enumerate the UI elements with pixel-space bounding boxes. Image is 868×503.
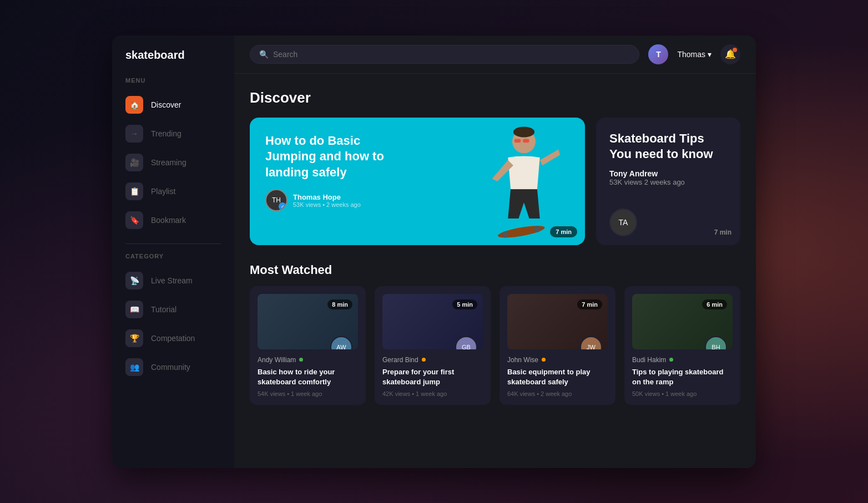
avatar: T <box>648 44 668 64</box>
sidebar-label-discover: Discover <box>151 100 181 109</box>
featured-author-avatar: TH ✓ <box>265 189 287 211</box>
card-body-1: Andy William Basic how to ride your skat… <box>258 356 358 397</box>
cards-grid: 8 min AW ✓ Andy William Basic how to rid <box>250 286 740 405</box>
sidebar-label-streaming: Streaming <box>151 158 186 167</box>
author-info: Thomas Hope 53K views • 2 weeks ago <box>293 193 361 208</box>
live-stream-icon: 📡 <box>125 272 143 289</box>
streaming-icon: 🎥 <box>125 154 143 171</box>
svg-rect-2 <box>523 139 529 143</box>
header: 🔍 T Thomas ▾ 🔔 <box>234 35 756 74</box>
sidebar-item-community[interactable]: 👥 Community <box>112 353 234 382</box>
card-meta-4: 50K views • 1 week ago <box>632 390 733 397</box>
card-duration-3: 7 min <box>577 299 602 309</box>
tutorial-icon: 📖 <box>125 301 143 318</box>
online-dot-1 <box>299 358 303 362</box>
card-avatar-1: AW ✓ <box>330 336 352 349</box>
card-avatar-4: BH ✓ <box>705 336 727 349</box>
online-dot-4 <box>669 358 673 362</box>
sidebar-item-tutorial[interactable]: 📖 Tutorial <box>112 295 234 324</box>
card-duration-1: 8 min <box>327 299 352 309</box>
competition-icon: 🏆 <box>125 329 143 347</box>
svg-rect-1 <box>514 139 521 143</box>
content-area: Discover <box>234 74 756 468</box>
sidebar-label-playlist: Playlist <box>151 187 175 196</box>
card-author-4: Budi Hakim <box>632 356 666 364</box>
card-author-row-3: John Wise <box>507 356 608 364</box>
search-bar[interactable]: 🔍 <box>250 45 639 64</box>
card-avatar-wrap-4: BH ✓ <box>705 336 727 349</box>
card-meta-2: 42K views • 1 week ago <box>382 390 483 397</box>
video-card-3[interactable]: 7 min JW ✓ John Wise Basic equipment to <box>499 286 615 405</box>
skateboarder-figure <box>474 120 574 242</box>
featured-title: How to do Basic Jumping and how to landi… <box>265 133 398 181</box>
main-content: 🔍 T Thomas ▾ 🔔 Discover <box>234 35 756 468</box>
chevron-down-icon: ▾ <box>708 50 711 59</box>
video-card-4[interactable]: 6 min BH ✓ Budi Hakim Tips to playing sk <box>624 286 740 405</box>
card-duration-4: 6 min <box>702 299 727 309</box>
card-avatar-wrap-1: AW ✓ <box>330 336 352 349</box>
card-thumb-2: 5 min GB ✓ <box>382 294 483 349</box>
card-meta-3: 64K views • 2 week ago <box>507 390 608 397</box>
sidebar-item-trending[interactable]: → Trending <box>112 119 234 148</box>
playlist-icon: 📋 <box>125 182 143 200</box>
sidebar-item-competition[interactable]: 🏆 Competation <box>112 324 234 353</box>
menu-section-label: MENU <box>112 77 234 90</box>
verified-badge: ✓ <box>279 202 286 210</box>
svg-point-6 <box>534 226 540 232</box>
card-title-1: Basic how to ride your skateboard comfor… <box>258 367 358 387</box>
sidebar: skateboard MENU 🏠 Discover → Trending 🎥 … <box>112 35 234 468</box>
card-title-2: Prepare for your first skateboard jump <box>382 367 483 387</box>
sidebar-label-trending: Trending <box>151 129 181 138</box>
card-title-3: Basic equipment to play skateboard safel… <box>507 367 608 387</box>
card-author-2: Gerard Bind <box>382 356 418 364</box>
card-avatar-wrap-2: GB ✓ <box>455 336 477 349</box>
sidebar-item-streaming[interactable]: 🎥 Streaming <box>112 148 234 177</box>
svg-point-3 <box>513 126 534 137</box>
author-meta: 53K views • 2 weeks ago <box>293 201 361 208</box>
most-watched-title: Most Watched <box>250 263 740 277</box>
side-avatar: TA <box>609 209 637 236</box>
community-icon: 👥 <box>125 358 143 376</box>
card-avatar-2: GB ✓ <box>455 336 477 349</box>
search-input[interactable] <box>273 50 630 59</box>
featured-side-card[interactable]: Skateboard Tips You need to know Tony An… <box>596 118 740 245</box>
card-author-1: Andy William <box>258 356 296 364</box>
featured-main-card[interactable]: How to do Basic Jumping and how to landi… <box>250 118 585 245</box>
sidebar-item-bookmark[interactable]: 🔖 Bookmark <box>112 206 234 235</box>
card-author-3: John Wise <box>507 356 538 364</box>
page-title: Discover <box>250 89 740 106</box>
author-name: Thomas Hope <box>293 193 361 201</box>
user-name-button[interactable]: Thomas ▾ <box>677 50 711 59</box>
video-card-1[interactable]: 8 min AW ✓ Andy William Basic how to rid <box>250 286 366 405</box>
card-title-4: Tips to playing skateboard on the ramp <box>632 367 733 387</box>
card-avatar-wrap-3: JW ✓ <box>580 336 602 349</box>
card-body-4: Budi Hakim Tips to playing skateboard on… <box>632 356 733 397</box>
header-right: T Thomas ▾ 🔔 <box>648 44 740 64</box>
category-section-label: CATEGORY <box>112 253 234 266</box>
trending-icon: → <box>125 125 143 143</box>
side-meta: 53K views 2 weeks ago <box>609 178 727 186</box>
card-author-row-4: Budi Hakim <box>632 356 733 364</box>
search-icon: 🔍 <box>259 50 269 59</box>
app-logo: skateboard <box>112 49 234 77</box>
sidebar-item-discover[interactable]: 🏠 Discover <box>112 90 234 119</box>
featured-row: How to do Basic Jumping and how to landi… <box>250 118 740 245</box>
notification-bell[interactable]: 🔔 <box>720 44 740 64</box>
card-duration-2: 5 min <box>452 299 477 309</box>
card-thumb-3: 7 min JW ✓ <box>507 294 608 349</box>
sidebar-label-live-stream: Live Stream <box>151 276 193 285</box>
card-body-2: Gerard Bind Prepare for your first skate… <box>382 356 483 397</box>
card-author-row-2: Gerard Bind <box>382 356 483 364</box>
side-title: Skateboard Tips You need to know <box>609 131 727 162</box>
app-window: skateboard MENU 🏠 Discover → Trending 🎥 … <box>112 35 756 468</box>
video-card-2[interactable]: 5 min GB ✓ Gerard Bind Prepare for your <box>375 286 491 405</box>
card-author-row-1: Andy William <box>258 356 358 364</box>
bookmark-icon: 🔖 <box>125 211 143 229</box>
side-author-name: Tony Andrew <box>609 169 727 178</box>
discover-icon: 🏠 <box>125 96 143 114</box>
sidebar-item-live-stream[interactable]: 📡 Live Stream <box>112 266 234 295</box>
svg-point-5 <box>502 231 508 237</box>
sidebar-item-playlist[interactable]: 📋 Playlist <box>112 177 234 206</box>
sidebar-label-tutorial: Tutorial <box>151 305 176 314</box>
card-avatar-3: JW ✓ <box>580 336 602 349</box>
